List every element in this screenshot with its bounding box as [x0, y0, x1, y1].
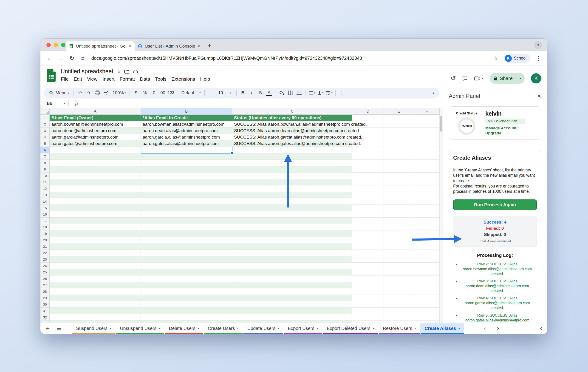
cell-E31[interactable]: [384, 308, 414, 314]
cell-E4[interactable]: [384, 134, 414, 140]
comment-icon[interactable]: [462, 75, 468, 81]
cell-D33[interactable]: [352, 320, 384, 323]
row-header-28[interactable]: 28: [41, 288, 50, 295]
cell-E14[interactable]: [384, 198, 414, 205]
row-header-3[interactable]: 3: [41, 128, 50, 134]
cell-A21[interactable]: [50, 243, 141, 250]
cell-A29[interactable]: [50, 295, 141, 301]
cell-F5[interactable]: [414, 140, 440, 147]
menu-help[interactable]: Help: [198, 75, 212, 83]
chevron-down-icon[interactable]: ▾: [237, 327, 239, 330]
row-header-7[interactable]: 7: [41, 153, 50, 160]
row-header-8[interactable]: 8: [41, 160, 50, 166]
row-header-32[interactable]: 32: [41, 314, 50, 320]
cell-A15[interactable]: [50, 205, 141, 211]
version-history-icon[interactable]: ↺: [451, 75, 456, 82]
cell-E3[interactable]: [384, 128, 414, 134]
cell-D18[interactable]: [352, 224, 384, 231]
row-header-9[interactable]: 9: [41, 166, 50, 172]
bookmark-star-icon[interactable]: ☆: [493, 55, 498, 61]
manage-account-link[interactable]: Manage Account / Upgrade: [485, 126, 537, 136]
menu-data[interactable]: Data: [137, 75, 153, 83]
text-wrap-button[interactable]: ▾: [325, 89, 333, 97]
sheet-tab-export-users[interactable]: Export Users▾: [284, 323, 323, 334]
cell-B28[interactable]: [141, 288, 232, 295]
cell-D28[interactable]: [352, 288, 384, 295]
cell-E19[interactable]: [384, 231, 414, 237]
row-header-2[interactable]: 2: [41, 121, 50, 128]
cell-B24[interactable]: [141, 263, 232, 269]
cell-A14[interactable]: [50, 198, 141, 205]
cell-A4[interactable]: aaron.garcia@adminsheetpro.com: [50, 134, 141, 140]
cell-F17[interactable]: [414, 218, 440, 224]
select-all-corner[interactable]: [41, 108, 50, 115]
cell-F9[interactable]: [414, 166, 440, 172]
cell-E33[interactable]: [384, 320, 414, 323]
paint-format-button[interactable]: [102, 89, 110, 97]
cell-A6[interactable]: [50, 147, 141, 153]
strikethrough-button[interactable]: S: [256, 89, 264, 97]
cell-A3[interactable]: aaron.dean@adminsheetpro.com: [50, 128, 141, 134]
cell-A5[interactable]: aaron.gates@adminsheetpro.com: [50, 140, 141, 147]
cell-B6[interactable]: [141, 147, 232, 153]
row-header-31[interactable]: 31: [41, 308, 50, 314]
redo-button[interactable]: ↷: [84, 89, 93, 97]
cell-A33[interactable]: [50, 320, 141, 323]
share-button[interactable]: Share ▾: [490, 73, 525, 84]
cell-E21[interactable]: [384, 243, 414, 250]
meet-icon[interactable]: ▾: [474, 76, 483, 81]
cell-A24[interactable]: [50, 263, 141, 269]
row-header-4[interactable]: 4: [41, 134, 50, 140]
row-header-13[interactable]: 13: [41, 192, 50, 198]
increase-font-size-button[interactable]: +: [226, 89, 234, 97]
sheet-tab-delete-users[interactable]: Delete Users▾: [164, 323, 203, 334]
chevron-down-icon[interactable]: ▾: [373, 327, 374, 330]
cell-E2[interactable]: [384, 121, 414, 128]
horizontal-align-button[interactable]: ▾: [307, 89, 316, 97]
cell-B33[interactable]: [141, 320, 232, 323]
cell-F10[interactable]: [414, 172, 440, 179]
browser-menu-icon[interactable]: ⋮: [536, 55, 541, 62]
row-header-25[interactable]: 25: [41, 269, 50, 276]
cell-D22[interactable]: [352, 250, 384, 256]
row-header-12[interactable]: 12: [41, 185, 50, 192]
text-color-button[interactable]: A: [266, 90, 272, 96]
cell-D25[interactable]: [352, 269, 384, 276]
cell-B7[interactable]: [141, 153, 232, 160]
cell-E15[interactable]: [384, 205, 414, 211]
profile-chip[interactable]: K School: [504, 54, 530, 63]
col-header-A[interactable]: A: [50, 108, 141, 115]
cell-B19[interactable]: [141, 231, 232, 237]
cell-F16[interactable]: [414, 211, 440, 218]
cell-B29[interactable]: [141, 295, 232, 301]
cell-A7[interactable]: [50, 153, 141, 160]
cell-E22[interactable]: [384, 250, 414, 256]
cell-E5[interactable]: [384, 140, 414, 147]
cell-F11[interactable]: [414, 179, 440, 185]
close-tab-icon[interactable]: ×: [198, 44, 200, 49]
cell-F13[interactable]: [414, 192, 440, 198]
cell-B20[interactable]: [141, 237, 232, 243]
cell-A9[interactable]: [50, 166, 141, 172]
account-avatar[interactable]: K: [531, 73, 541, 83]
cell-D10[interactable]: [352, 172, 384, 179]
cell-B32[interactable]: [141, 314, 232, 320]
cell-B1[interactable]: *Alias Email to Create: [141, 115, 232, 121]
cell-A2[interactable]: aaron.bowman@adminsheetpro.com: [50, 121, 141, 128]
vertical-align-button[interactable]: ▾: [316, 89, 325, 97]
cell-E23[interactable]: [384, 256, 414, 263]
cell-B31[interactable]: [141, 308, 232, 314]
cell-C32[interactable]: [232, 314, 352, 320]
row-header-18[interactable]: 18: [41, 224, 50, 231]
increase-decimal-button[interactable]: .00: [158, 89, 166, 97]
cell-E27[interactable]: [384, 282, 414, 288]
cell-C27[interactable]: [232, 282, 352, 288]
chevron-down-icon[interactable]: ▾: [458, 327, 460, 330]
cell-F19[interactable]: [414, 231, 440, 237]
menu-extensions[interactable]: Extensions: [169, 75, 198, 83]
row-header-5[interactable]: 5: [41, 140, 50, 147]
cell-D16[interactable]: [352, 211, 384, 218]
vertical-scrollbar[interactable]: [440, 108, 443, 323]
cell-C26[interactable]: [232, 276, 352, 282]
zoom-select[interactable]: 100%▾: [111, 89, 127, 97]
